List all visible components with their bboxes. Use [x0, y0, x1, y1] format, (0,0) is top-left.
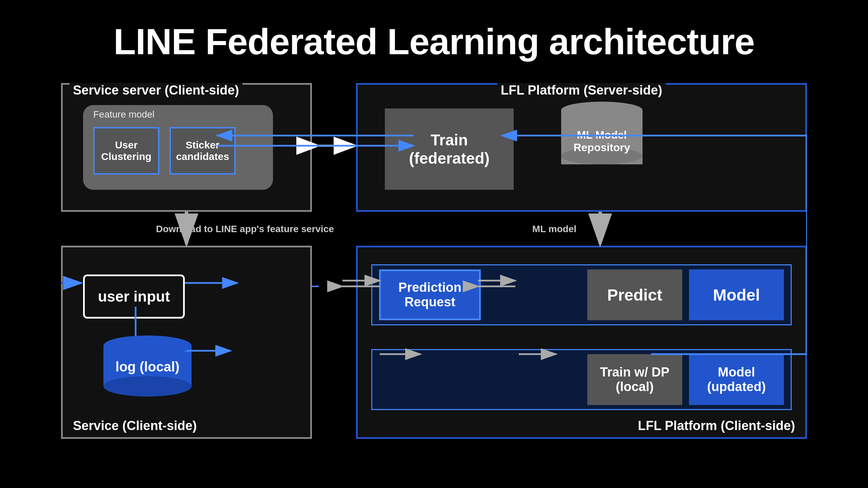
train-dp-text: Train w/ DP(local)	[600, 365, 670, 394]
service-client-box: Service (Client-side) user input log (lo…	[61, 246, 312, 439]
ml-model-label: ML model	[532, 224, 576, 235]
slide: LINE Federated Learning architecture Ser…	[0, 0, 868, 488]
feature-model-box: Feature model User Clustering Sticker ca…	[83, 105, 273, 190]
user-clustering-text: User Clustering	[95, 139, 158, 162]
user-clustering-box: User Clustering	[93, 127, 159, 175]
lfl-server-box: LFL Platform (Server-side) Train(federat…	[356, 83, 807, 212]
log-local: log (local)	[103, 336, 192, 403]
slide-title: LINE Federated Learning architecture	[114, 20, 755, 63]
train-federated-text: Train(federated)	[409, 131, 490, 167]
service-client-label: Service (Client-side)	[73, 419, 197, 433]
service-server-box: Service server (Client-side) Feature mod…	[61, 83, 312, 212]
model-top-text: Model	[713, 286, 760, 304]
ml-model-repo: ML ModelRepository	[554, 102, 649, 190]
diagram: Service server (Client-side) Feature mod…	[61, 83, 807, 439]
predict-text: Predict	[607, 286, 663, 304]
prediction-request-text: PredictionRequest	[398, 280, 461, 309]
download-label: Download to LINE app's feature service	[156, 224, 334, 235]
lfl-client-box: LFL Platform (Client-side) PredictionReq…	[356, 246, 807, 439]
log-cylinder-top	[103, 336, 192, 356]
user-input-box: user input	[83, 274, 185, 319]
sticker-candidates-box: Sticker candidates	[170, 127, 236, 175]
service-server-label: Service server (Client-side)	[70, 83, 242, 98]
prediction-request-box: PredictionRequest	[379, 269, 481, 320]
predict-box: Predict	[587, 269, 682, 320]
model-updated-text: Model(updated)	[707, 365, 766, 394]
feature-model-label: Feature model	[93, 109, 155, 120]
model-top-box: Model	[689, 269, 784, 320]
cylinder-top	[561, 102, 643, 119]
lfl-client-bottom-row: Train w/ DP(local) Model(updated)	[371, 349, 792, 410]
lfl-client-label: LFL Platform (Client-side)	[638, 419, 795, 433]
log-label: log (local)	[103, 359, 192, 374]
ml-repo-label: ML ModelRepository	[561, 129, 643, 154]
log-cylinder-bottom	[103, 376, 192, 396]
lfl-client-top-row: PredictionRequest Predict Model	[371, 264, 792, 325]
lfl-server-label: LFL Platform (Server-side)	[497, 83, 666, 98]
train-federated-box: Train(federated)	[385, 108, 514, 190]
sticker-candidates-text: Sticker candidates	[171, 139, 234, 162]
user-input-text: user input	[98, 288, 170, 305]
model-updated-box: Model(updated)	[689, 354, 784, 405]
train-dp-box: Train w/ DP(local)	[587, 354, 682, 405]
